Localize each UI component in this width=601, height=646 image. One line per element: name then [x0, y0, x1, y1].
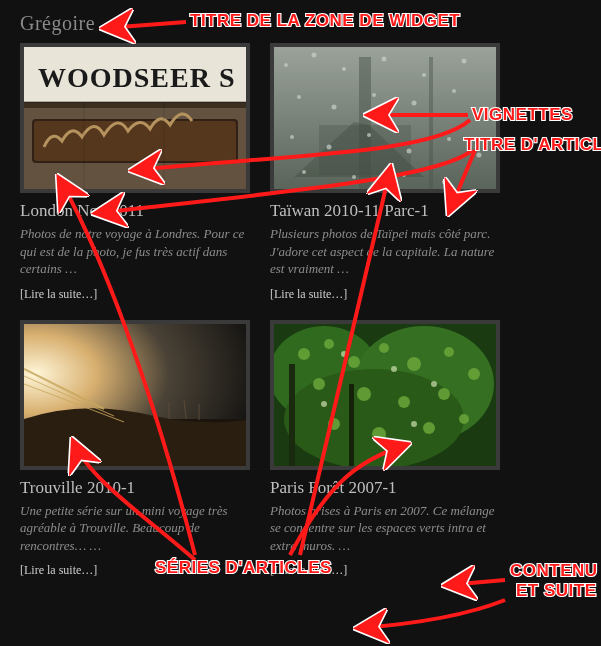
- svg-point-56: [438, 388, 450, 400]
- thumb-image-icon: [24, 324, 246, 466]
- svg-point-50: [407, 357, 421, 371]
- svg-point-64: [321, 401, 327, 407]
- article-excerpt: Plusieurs photos de Taïpei mais côté par…: [270, 225, 500, 278]
- article-title[interactable]: Paris Forêt 2007-1: [270, 478, 500, 498]
- svg-point-15: [312, 53, 317, 58]
- svg-rect-6: [24, 102, 246, 189]
- svg-point-30: [447, 137, 451, 141]
- svg-point-53: [313, 378, 325, 390]
- article-thumbnail[interactable]: [20, 320, 250, 470]
- read-more-link[interactable]: [Lire la suite…]: [20, 563, 97, 578]
- svg-text:WOODSEER S: WOODSEER S: [38, 62, 236, 93]
- article-title[interactable]: Taïwan 2010-11 Parc-1: [270, 201, 500, 221]
- thumb-image-icon: [274, 47, 496, 189]
- svg-point-34: [402, 173, 406, 177]
- svg-point-59: [423, 422, 435, 434]
- article-grid: WOODSEER S London Nov 2011 Photos de not…: [20, 43, 581, 578]
- article-card: Trouville 2010-1 Une petite série sur un…: [20, 320, 250, 579]
- svg-point-49: [379, 343, 389, 353]
- article-excerpt: Une petite série sur un mini voyage très…: [20, 502, 250, 555]
- article-excerpt: Photos de notre voyage à Londres. Pour c…: [20, 225, 250, 278]
- thumb-image-icon: [274, 324, 496, 466]
- svg-point-57: [328, 418, 340, 430]
- svg-point-35: [442, 180, 446, 184]
- svg-point-14: [284, 63, 288, 67]
- article-excerpt: Photos prises à Paris en 2007. Ce mélang…: [270, 502, 500, 555]
- svg-point-60: [459, 414, 469, 424]
- svg-point-62: [391, 366, 397, 372]
- svg-point-47: [324, 339, 334, 349]
- svg-point-29: [407, 149, 412, 154]
- widget-title: Grégoire: [20, 12, 581, 35]
- read-more-link[interactable]: [Lire la suite…]: [270, 287, 347, 302]
- svg-point-58: [372, 427, 386, 441]
- svg-point-61: [341, 351, 347, 357]
- svg-point-22: [372, 93, 376, 97]
- svg-point-23: [412, 101, 417, 106]
- svg-rect-12: [429, 57, 433, 189]
- article-card: WOODSEER S London Nov 2011 Photos de not…: [20, 43, 250, 302]
- svg-point-21: [332, 105, 337, 110]
- svg-point-55: [398, 396, 410, 408]
- article-title[interactable]: London Nov 2011: [20, 201, 250, 221]
- article-thumbnail[interactable]: [270, 320, 500, 470]
- svg-point-65: [411, 421, 417, 427]
- svg-point-31: [477, 153, 482, 158]
- svg-point-17: [382, 57, 387, 62]
- svg-point-28: [367, 133, 371, 137]
- svg-point-32: [302, 170, 306, 174]
- article-title[interactable]: Trouville 2010-1: [20, 478, 250, 498]
- svg-point-51: [444, 347, 454, 357]
- article-thumbnail[interactable]: [270, 43, 500, 193]
- svg-point-33: [352, 175, 356, 179]
- svg-rect-67: [349, 384, 354, 466]
- svg-point-45: [284, 369, 464, 466]
- svg-point-18: [422, 73, 426, 77]
- svg-point-52: [468, 368, 480, 380]
- svg-point-24: [452, 89, 456, 93]
- svg-point-46: [298, 348, 310, 360]
- article-card: Paris Forêt 2007-1 Photos prises à Paris…: [270, 320, 500, 579]
- svg-point-19: [462, 59, 467, 64]
- svg-point-63: [431, 381, 437, 387]
- svg-point-54: [357, 387, 371, 401]
- read-more-link[interactable]: [Lire la suite…]: [20, 287, 97, 302]
- svg-point-20: [297, 95, 301, 99]
- svg-point-26: [290, 135, 294, 139]
- thumb-image-icon: WOODSEER S: [24, 47, 246, 189]
- svg-point-25: [482, 107, 487, 112]
- read-more-link[interactable]: [Lire la suite…]: [270, 563, 347, 578]
- svg-point-27: [327, 145, 332, 150]
- widget-area: Grégoire WOODSEER S London: [0, 0, 601, 590]
- article-card: Taïwan 2010-11 Parc-1 Plusieurs photos d…: [270, 43, 500, 302]
- svg-point-16: [342, 67, 346, 71]
- svg-point-48: [348, 356, 360, 368]
- article-thumbnail[interactable]: WOODSEER S: [20, 43, 250, 193]
- svg-rect-66: [289, 364, 295, 466]
